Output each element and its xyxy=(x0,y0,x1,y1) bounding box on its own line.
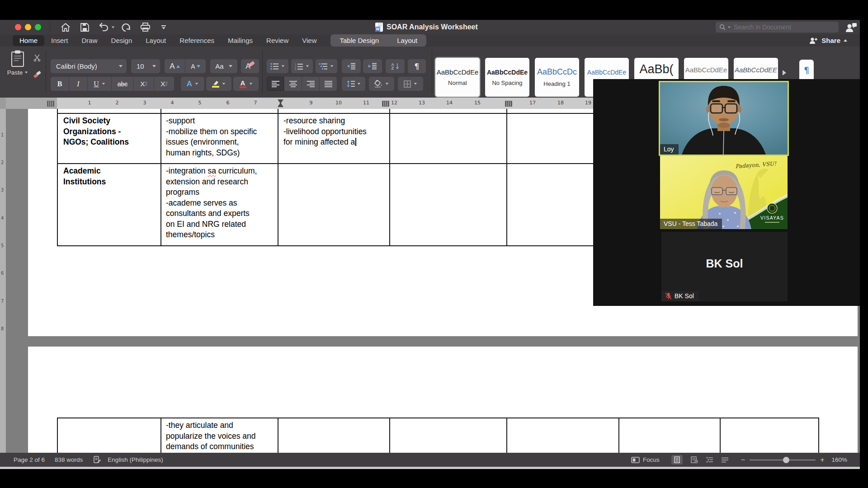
tab-review[interactable]: Review xyxy=(259,34,295,47)
zoom-in-button[interactable]: + xyxy=(820,456,824,464)
language-indicator[interactable]: English (Philippines) xyxy=(108,456,163,463)
font-size-select[interactable]: 10 xyxy=(131,59,160,73)
undo-icon[interactable] xyxy=(98,22,109,32)
view-outline-button[interactable] xyxy=(706,457,713,463)
close-button[interactable] xyxy=(15,24,21,30)
clear-formatting-button[interactable]: A xyxy=(241,59,259,73)
minimize-button[interactable] xyxy=(25,24,31,30)
numbered-list-button[interactable]: 123 xyxy=(291,59,313,73)
tab-draw[interactable]: Draw xyxy=(75,34,104,47)
shading-button[interactable] xyxy=(369,77,394,91)
proofing-icon[interactable] xyxy=(94,456,101,464)
sort-button[interactable]: AZ xyxy=(386,59,405,73)
table-cell-stakeholder-2[interactable]: AcademicInstitutions xyxy=(63,166,106,187)
multilevel-list-button[interactable] xyxy=(316,59,337,73)
paragraph-marks-button[interactable]: ¶ xyxy=(408,59,426,73)
document-page-2[interactable] xyxy=(28,347,858,453)
table-column-marker[interactable] xyxy=(505,101,512,107)
table-cell-actions-1[interactable]: -support-mobilize them on specificissues… xyxy=(166,116,257,158)
tab-home[interactable]: Home xyxy=(13,35,44,46)
zoom-slider[interactable] xyxy=(750,457,816,463)
subscript-button[interactable]: X2 xyxy=(134,77,154,91)
tab-mailings[interactable]: Mailings xyxy=(221,34,259,47)
share-person-icon xyxy=(809,37,818,44)
print-icon[interactable] xyxy=(139,22,151,32)
page-indicator[interactable]: Page 2 of 6 xyxy=(14,456,45,463)
table-column-marker[interactable] xyxy=(382,101,389,107)
tab-view[interactable]: View xyxy=(295,34,323,47)
word-count[interactable]: 838 words xyxy=(55,456,83,463)
tab-references[interactable]: References xyxy=(173,34,221,47)
participant-center-name: BK Sol xyxy=(661,257,788,270)
paste-button[interactable]: Paste xyxy=(5,50,31,80)
video-tile-loy[interactable]: Loy xyxy=(659,81,789,156)
maximize-button[interactable] xyxy=(35,24,41,30)
video-tile-tess[interactable]: VISAYAS Padayon, VSU! xyxy=(660,156,788,229)
font-name-select[interactable]: Calibri (Body) xyxy=(51,59,127,73)
search-scope-chevron[interactable] xyxy=(728,26,731,28)
style-no-spacing[interactable]: AaBbCcDdEe No Spacing xyxy=(485,58,529,97)
focus-icon[interactable] xyxy=(631,457,640,463)
style-normal[interactable]: AaBbCcDdEe Normal xyxy=(435,58,480,97)
misspelled-word: sa xyxy=(208,166,216,175)
participant-name-label: Loy xyxy=(660,144,679,155)
tab-table-design[interactable]: Table Design xyxy=(330,34,388,47)
align-left-button[interactable] xyxy=(267,77,284,91)
search-input[interactable] xyxy=(733,23,835,31)
bold-button[interactable]: B xyxy=(51,77,69,91)
italic-button[interactable]: I xyxy=(69,77,87,91)
redo-icon[interactable] xyxy=(120,22,132,32)
table-column-marker[interactable] xyxy=(47,101,54,107)
more-toolbar-icon[interactable] xyxy=(159,23,168,31)
share-group[interactable]: Share xyxy=(809,34,847,47)
shrink-font-button[interactable]: A xyxy=(185,59,206,73)
view-draft-button[interactable] xyxy=(722,457,728,463)
format-painter-icon[interactable] xyxy=(33,70,42,78)
superscript-button[interactable]: X2 xyxy=(154,77,174,91)
align-right-button[interactable] xyxy=(302,77,319,91)
tab-table-layout[interactable]: Layout xyxy=(388,34,426,47)
justify-button[interactable] xyxy=(320,77,337,91)
save-icon[interactable] xyxy=(79,22,90,32)
home-icon[interactable] xyxy=(60,22,71,32)
view-print-layout-button[interactable] xyxy=(671,455,683,465)
zoom-meeting-panel[interactable]: Loy VISAYAS Padayon, VSU! xyxy=(593,79,860,306)
font-color-button[interactable]: A xyxy=(181,77,204,91)
zoom-slider-thumb[interactable] xyxy=(783,457,789,463)
styles-scroll-arrow-icon[interactable] xyxy=(783,70,786,75)
vertical-ruler[interactable]: 1 2 3 4 5 6 7 8 xyxy=(0,109,6,453)
focus-label[interactable]: Focus xyxy=(643,456,660,463)
borders-button[interactable] xyxy=(398,77,423,91)
ruler-corner[interactable] xyxy=(0,98,6,109)
tab-layout[interactable]: Layout xyxy=(139,34,173,47)
tab-design[interactable]: Design xyxy=(104,34,139,47)
table-cell-opportunities-1[interactable]: -resource sharing-livelihood opportuniti… xyxy=(283,116,367,148)
cut-icon[interactable] xyxy=(33,54,42,62)
bullet-list-button[interactable] xyxy=(267,59,288,73)
style-heading-1[interactable]: AaBbCcDc Heading 1 xyxy=(535,58,579,97)
decrease-indent-button[interactable] xyxy=(342,59,361,73)
line-spacing-button[interactable] xyxy=(342,77,365,91)
underline-button[interactable]: U xyxy=(88,77,111,91)
zoom-out-button[interactable]: − xyxy=(741,456,745,464)
highlight-button[interactable] xyxy=(206,77,231,91)
view-web-layout-button[interactable] xyxy=(691,456,698,463)
change-case-button[interactable]: Aa xyxy=(210,59,237,73)
grow-font-button[interactable]: A xyxy=(165,59,185,73)
align-center-button[interactable] xyxy=(284,77,302,91)
increase-indent-button[interactable] xyxy=(363,59,382,73)
video-tile-bksol[interactable]: BK Sol BK Sol xyxy=(661,232,788,301)
table-cell-stakeholder-1[interactable]: Civil SocietyOrganizations -NGOs; Coalit… xyxy=(63,116,129,148)
tab-insert[interactable]: Insert xyxy=(44,34,75,47)
undo-dropdown-chevron[interactable] xyxy=(112,27,114,28)
strikethrough-button[interactable]: abc xyxy=(112,77,133,91)
table-cell-actions-3[interactable]: -they articulate andpopularize the voice… xyxy=(166,420,255,452)
zoom-percentage[interactable]: 160% xyxy=(831,456,847,463)
font-name-value: Calibri (Body) xyxy=(56,62,97,70)
table-cell-actions-2[interactable]: -integration sa curriculum, extension an… xyxy=(166,166,257,240)
table-border xyxy=(506,109,507,246)
collapse-ribbon-chevron[interactable] xyxy=(844,39,847,42)
font-color-red-button[interactable]: A xyxy=(233,77,259,91)
search-field[interactable] xyxy=(716,22,839,33)
comments-person-icon[interactable] xyxy=(844,21,858,33)
